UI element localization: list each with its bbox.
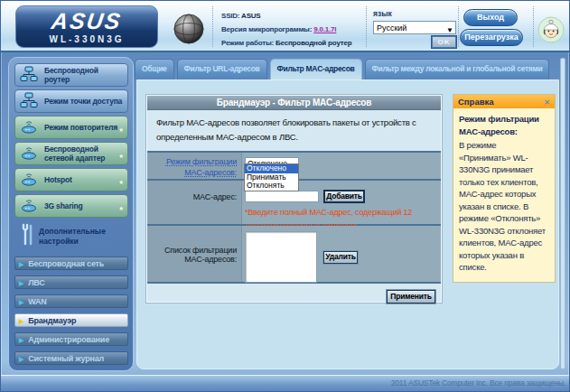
sidebar-mode-repeater[interactable]: Режим повторителя — [14, 116, 128, 139]
dropdown-option-reject[interactable]: Отклонять — [245, 182, 298, 191]
close-icon[interactable] — [544, 96, 550, 107]
asus-logo: ASUS WL-330N3G — [15, 5, 158, 48]
divider — [533, 6, 534, 47]
arrow-right-icon — [19, 316, 23, 325]
delete-button[interactable]: Удалить — [323, 251, 358, 264]
form-description: Фильтр MAC-адресов позволяет блокировать… — [147, 110, 441, 151]
router-admin-page: ASUS WL-330N3G SSID: ASUS Версия микропр… — [0, 0, 570, 392]
help-header: Справка — [453, 95, 555, 108]
firewall-mac-filter-form: Брандмауэр - Фильтр MAC-адресов Фильтр M… — [146, 95, 442, 303]
reboot-button[interactable]: Перезагрузка — [460, 29, 523, 46]
opmode-label: Режим работы: — [221, 39, 274, 47]
wireless-router-icon — [18, 197, 40, 215]
sidebar-advanced-settings[interactable]: Дополнительные настройки — [20, 223, 126, 250]
divider — [458, 6, 459, 47]
content-panel: Брандмауэр - Фильтр MAC-адресов Фильтр M… — [136, 79, 559, 369]
dropdown-option-disabled[interactable]: Отключено — [245, 164, 298, 173]
sidebar-mode-access-point[interactable]: Режим точки доступа — [14, 89, 128, 113]
sidebar-item-lan[interactable]: ЛВС — [14, 275, 128, 289]
tab-lan-wan-filter[interactable]: Фильтр между локальной и глобальной сетя… — [365, 59, 550, 79]
help-heading: Режим фильтрации MAC-адресов: — [459, 113, 549, 137]
sidebar-item-administration[interactable]: Администрирование — [14, 332, 128, 346]
mac-filter-list-cell: Удалить — [241, 226, 441, 282]
ssid-value: ASUS — [241, 12, 260, 20]
language-label: язык — [373, 9, 392, 18]
star-icon — [118, 151, 124, 160]
sidebar-item-wan[interactable]: WAN — [14, 294, 128, 308]
mac-address-label: MAC-адрес: — [147, 181, 241, 224]
network-icon — [18, 66, 40, 84]
mac-address-input[interactable] — [245, 191, 319, 202]
form-action-row: Применить — [147, 282, 441, 302]
scrollbar[interactable] — [560, 58, 565, 369]
header: ASUS WL-330N3G SSID: ASUS Версия микропр… — [1, 1, 570, 52]
wireless-router-icon — [18, 145, 40, 163]
star-icon — [118, 203, 124, 212]
filter-mode-label-link[interactable]: Режим фильтрации MAC-адресов: — [152, 156, 237, 178]
filter-mode-dropdown-list: Отключено Принимать Отклонять — [244, 163, 299, 191]
language-value: Русский — [374, 23, 444, 33]
footer: 2011 ASUSTek Computer Inc. Все права защ… — [1, 375, 570, 391]
mac-filter-listbox[interactable] — [245, 231, 317, 283]
apply-button[interactable]: Применить — [387, 290, 435, 303]
sidebar-mode-hotspot[interactable]: Hotspot — [14, 168, 128, 191]
language-ok-button[interactable]: OK — [432, 36, 456, 48]
arrow-right-icon — [19, 259, 23, 268]
filter-mode-label-cell: Режим фильтрации MAC-адресов: — [147, 153, 241, 179]
divider — [212, 6, 213, 47]
sidebar-item-firewall[interactable]: Брандмауэр — [14, 313, 128, 327]
sidebar-mode-wireless-adapter[interactable]: Беспроводной сетевой адаптер — [14, 142, 128, 165]
mac-filter-list-row: Список фильтрации MAC-адресов: Удалить — [147, 224, 441, 282]
tab-bar: Общие Фильтр URL-адресов Фильтр MAC-адре… — [135, 59, 549, 79]
arrow-right-icon — [19, 278, 23, 287]
help-body: Режим фильтрации MAC-адресов: В режиме «… — [453, 108, 555, 282]
arrow-right-icon — [19, 335, 23, 344]
help-panel: Справка Режим фильтрации MAC-адресов: В … — [453, 95, 555, 282]
sidebar-item-wireless-network[interactable]: Беспроводная сеть — [14, 257, 128, 270]
tab-general[interactable]: Общие — [135, 59, 174, 79]
logout-button[interactable]: Выход — [463, 9, 518, 26]
mascot-avatar-icon — [537, 16, 565, 47]
language-select[interactable]: Русский — [373, 21, 456, 34]
brand-text: ASUS — [14, 8, 159, 34]
help-text: В режиме «Принимать» WL-330N3G принимает… — [459, 139, 549, 274]
sidebar-mode-3g-sharing[interactable]: 3G sharing — [14, 194, 128, 218]
wrench-icon — [20, 223, 33, 250]
network-icon — [18, 92, 40, 110]
copyright-text: 2011 ASUSTek Computer Inc. Все права защ… — [391, 376, 565, 391]
arrow-right-icon — [19, 354, 23, 363]
tab-url-filter[interactable]: Фильтр URL-адресов — [177, 59, 267, 79]
dropdown-option-accept[interactable]: Принимать — [245, 173, 298, 182]
device-info: SSID: ASUS Версия микропрограммы: 9.0.1.… — [221, 9, 351, 50]
firmware-version-link[interactable]: 9.0.1.7l — [313, 25, 336, 33]
help-title: Справка — [458, 97, 494, 107]
add-button[interactable]: Добавить — [323, 190, 365, 203]
wireless-router-icon — [18, 171, 40, 189]
firmware-label: Версия микропрограммы: — [221, 25, 312, 33]
ssid-label: SSID: — [221, 12, 239, 20]
star-icon — [118, 125, 124, 134]
tab-mac-filter[interactable]: Фильтр MAC-адресов — [270, 59, 362, 79]
globe-icon — [173, 13, 205, 49]
sidebar-mode-wireless-router[interactable]: Беспроводной роутер — [14, 63, 128, 87]
chevron-down-icon — [444, 20, 455, 36]
model-text: WL-330N3G — [16, 34, 157, 44]
divider — [366, 6, 367, 47]
sidebar: Беспроводной роутер Режим точки доступа — [8, 57, 134, 371]
opmode-value: Беспроводной роутер — [276, 39, 351, 47]
wireless-router-icon — [18, 118, 40, 136]
mac-filter-list-label: Список фильтрации MAC-адресов: — [147, 226, 241, 282]
star-icon — [118, 177, 124, 186]
sidebar-item-system-log[interactable]: Системный журнал — [14, 351, 128, 365]
arrow-right-icon — [19, 297, 23, 306]
form-title: Брандмауэр - Фильтр MAC-адресов — [147, 96, 441, 110]
